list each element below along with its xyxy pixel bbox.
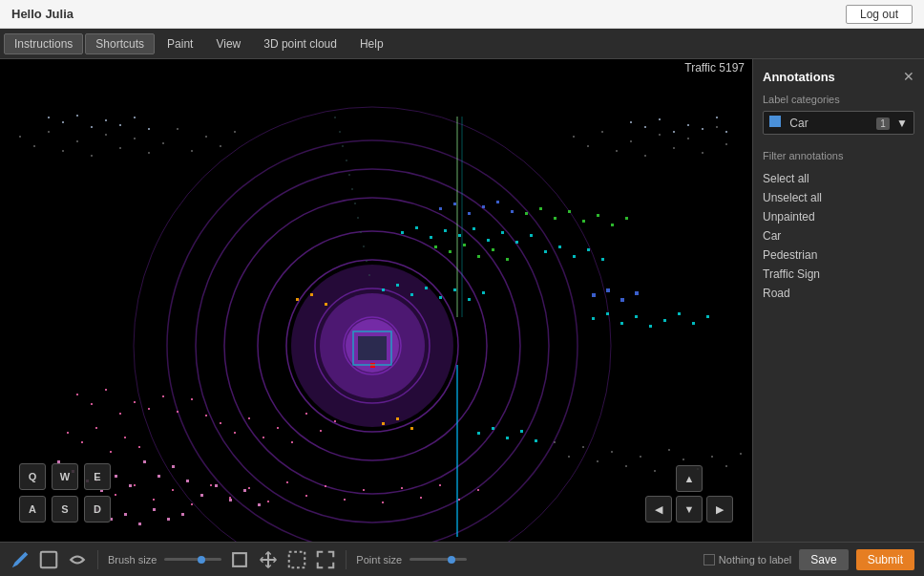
svg-rect-187	[630, 121, 632, 123]
filter-select-all[interactable]: Select all	[763, 169, 914, 188]
svg-rect-43	[210, 484, 212, 486]
label-categories-label: Label categories	[763, 94, 914, 105]
svg-rect-126	[33, 145, 35, 147]
menu-help[interactable]: Help	[349, 33, 394, 54]
svg-rect-67	[530, 234, 533, 237]
svg-rect-109	[439, 207, 442, 210]
menubar: Instructions Shortcuts Paint View 3D poi…	[0, 29, 924, 59]
nav-down-button[interactable]: ▼	[676, 496, 703, 523]
svg-rect-185	[134, 117, 136, 118]
keyboard-shortcuts-overlay: Q W E A S D	[19, 463, 111, 523]
menu-3d-point-cloud[interactable]: 3D point cloud	[253, 33, 347, 54]
toolbar-separator-1	[97, 550, 98, 569]
brush-size-slider[interactable]	[164, 558, 221, 561]
filter-unpainted[interactable]: Unpainted	[763, 207, 914, 226]
svg-rect-36	[334, 420, 336, 422]
svg-rect-106	[597, 214, 599, 217]
fullscreen-tool-icon[interactable]	[315, 549, 336, 570]
menu-view[interactable]: View	[205, 33, 251, 54]
svg-rect-146	[644, 155, 646, 157]
filter-annotations-section: Filter annotations Select all Unselect a…	[763, 150, 914, 303]
svg-rect-114	[511, 210, 514, 213]
svg-rect-143	[601, 131, 603, 133]
annotations-title: Annotations	[763, 70, 835, 84]
filter-car[interactable]: Car	[763, 226, 914, 245]
svg-rect-95	[434, 245, 437, 248]
category-dropdown[interactable]: Car 1 ▼	[763, 111, 914, 135]
nothing-to-label-checkbox[interactable]	[704, 554, 715, 565]
svg-rect-207	[229, 499, 232, 501]
filter-unselect-all[interactable]: Unselect all	[763, 188, 914, 207]
svg-rect-41	[172, 489, 174, 491]
svg-rect-182	[91, 126, 93, 128]
save-button[interactable]: Save	[799, 549, 848, 570]
svg-rect-25	[110, 451, 112, 453]
svg-rect-206	[215, 484, 218, 487]
transform-tool-icon[interactable]	[286, 549, 307, 570]
svg-rect-172	[351, 188, 353, 190]
svg-rect-52	[382, 501, 384, 503]
svg-rect-157	[611, 451, 613, 453]
svg-rect-151	[716, 126, 718, 128]
svg-rect-168	[339, 131, 341, 133]
svg-rect-223	[41, 551, 57, 567]
svg-rect-22	[67, 432, 69, 434]
svg-rect-80	[601, 258, 604, 261]
svg-rect-161	[668, 449, 670, 451]
svg-rect-42	[191, 503, 193, 505]
move-tool-icon[interactable]	[258, 549, 279, 570]
svg-rect-50	[344, 499, 346, 501]
logout-button[interactable]: Log out	[846, 5, 913, 24]
close-panel-button[interactable]: ✕	[903, 69, 914, 84]
point-size-slider[interactable]	[410, 558, 467, 561]
brush-tool-icon[interactable]	[10, 549, 31, 570]
svg-rect-193	[716, 117, 718, 118]
svg-rect-201	[143, 460, 146, 463]
nav-left-button[interactable]: ◀	[645, 496, 672, 523]
filter-pedestrian[interactable]: Pedestrian	[763, 245, 914, 265]
svg-rect-122	[382, 422, 385, 425]
nav-up-button[interactable]: ▲	[676, 465, 703, 492]
svg-rect-21	[205, 415, 207, 416]
submit-button[interactable]: Submit	[856, 549, 914, 570]
nothing-to-label-checkbox-area[interactable]: Nothing to label	[704, 554, 791, 565]
label-categories-section: Label categories Car 1 ▼	[763, 94, 914, 135]
menu-paint[interactable]: Paint	[157, 33, 203, 54]
svg-rect-184	[119, 124, 121, 126]
svg-rect-90	[477, 432, 480, 435]
toolbar-right: Nothing to label Save Submit	[704, 549, 914, 570]
svg-rect-87	[678, 312, 681, 315]
svg-rect-47	[286, 481, 288, 483]
keyboard-row-1: Q W E	[19, 463, 111, 490]
svg-rect-96	[449, 250, 452, 253]
svg-rect-224	[233, 553, 246, 566]
svg-rect-18	[162, 395, 164, 397]
svg-rect-30	[248, 417, 250, 419]
svg-rect-54	[420, 497, 422, 499]
svg-rect-156	[597, 460, 598, 462]
svg-rect-140	[234, 131, 236, 133]
menu-instructions[interactable]: Instructions	[4, 33, 83, 54]
svg-rect-82	[606, 312, 609, 315]
svg-rect-86	[663, 319, 666, 322]
svg-rect-91	[492, 427, 494, 430]
svg-rect-130	[91, 155, 93, 157]
svg-rect-131	[105, 134, 107, 136]
canvas-area[interactable]: Traffic 5197 Q W E A S D ▲ ◀ ▼ ▶	[0, 59, 752, 542]
filter-road[interactable]: Road	[763, 284, 914, 303]
svg-rect-48	[305, 495, 307, 497]
svg-rect-46	[267, 501, 269, 502]
svg-rect-136	[177, 128, 178, 130]
lasso-tool-icon[interactable]	[67, 549, 88, 570]
nav-right-button[interactable]: ▶	[706, 496, 733, 523]
key-s: S	[52, 496, 78, 523]
svg-rect-15	[119, 413, 121, 415]
toolbar-separator-2	[346, 550, 346, 569]
menu-shortcuts[interactable]: Shortcuts	[85, 33, 155, 54]
filter-traffic-sign[interactable]: Traffic Sign	[763, 265, 914, 284]
svg-rect-154	[568, 456, 570, 458]
select-tool-icon[interactable]	[38, 549, 59, 570]
svg-rect-189	[659, 118, 661, 120]
svg-rect-13	[91, 403, 93, 405]
crop-tool-icon[interactable]	[229, 549, 250, 570]
